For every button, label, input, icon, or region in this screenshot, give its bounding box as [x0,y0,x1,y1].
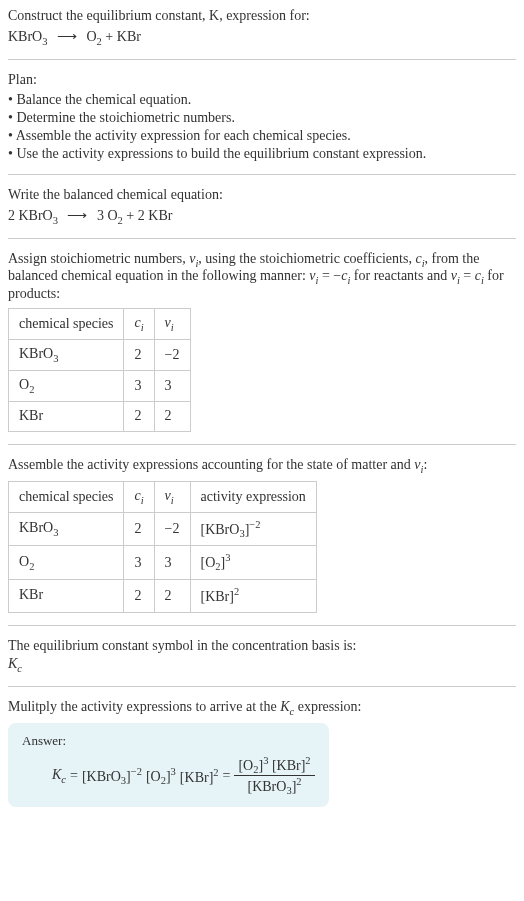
table-row: O2 3 3 [9,370,191,401]
multiply-title: Mulitply the activity expressions to arr… [8,699,516,717]
cell-activity: [KBr]2 [190,579,316,612]
rhs-species-2: KBr [117,29,141,44]
species-sub: 3 [53,527,58,538]
kc-lhs: Kc [52,767,66,785]
c-sub: i [141,322,144,333]
coef-species-1: 2 KBrO [8,208,53,223]
col-nu: νi [154,482,190,513]
plan-item: • Determine the stoichiometric numbers. [8,110,516,126]
divider [8,444,516,445]
lhs-species: KBrO [8,29,42,44]
t-exp: −2 [131,766,142,777]
table-row: O2 3 3 [O2]3 [9,546,317,579]
divider [8,625,516,626]
unbalanced-equation: KBrO3 ⟶ O2 + KBr [8,28,516,47]
table-row: KBr 2 2 [9,401,191,432]
d-exp: 2 [296,776,301,787]
coef-species-2: 3 O [97,208,118,223]
t: [O [146,768,161,783]
t-exp: 3 [171,766,176,777]
text: expression: [294,699,361,714]
cell-species: O2 [9,546,124,579]
act-exp: 2 [234,586,239,597]
act-base: [O [201,555,216,570]
text: = [460,268,475,283]
n: [O [238,758,253,773]
text: Assign stoichiometric numbers, [8,251,189,266]
cell-species: O2 [9,370,124,401]
cell-c: 2 [124,339,154,370]
table-row: KBrO3 2 −2 [9,339,191,370]
cell-species: KBr [9,401,124,432]
stoich-table: chemical species ci νi KBrO3 2 −2 O2 3 3… [8,308,191,432]
species: O [19,377,29,392]
kc: K [280,699,289,714]
text: , using the stoichiometric coefficients, [198,251,415,266]
col-nu: νi [154,309,190,340]
coef-species-3: 2 KBr [138,208,173,223]
kc-sub: c [61,774,66,785]
species-sub: 3 [53,353,58,364]
cell-c: 3 [124,370,154,401]
cell-c: 3 [124,546,154,579]
sub-1: 3 [53,215,58,226]
kc-title: The equilibrium constant symbol in the c… [8,638,516,654]
prompt-text: Construct the equilibrium constant, K, e… [8,8,516,24]
header-section: Construct the equilibrium constant, K, e… [8,8,516,47]
term-1: [KBrO3]−2 [82,766,142,786]
cell-c: 2 [124,579,154,612]
answer-label: Answer: [22,733,315,749]
plan-title: Plan: [8,72,516,88]
text: for reactants and [350,268,450,283]
cell-activity: [KBrO3]−2 [190,512,316,545]
species-sub: 2 [29,384,34,395]
plus: + [102,29,117,44]
species: KBr [19,587,43,602]
kc: K [8,656,17,671]
balanced-section: Write the balanced chemical equation: 2 … [8,187,516,226]
divider [8,686,516,687]
equals: = [70,768,78,784]
text: : [423,457,427,472]
plan-item: • Assemble the activity expression for e… [8,128,516,144]
c-sub: i [141,495,144,506]
col-c: ci [124,309,154,340]
t: [KBr] [180,769,213,784]
nu-sub: i [171,322,174,333]
cell-c: 2 [124,401,154,432]
t: [KBrO [82,768,121,783]
arrow-icon: ⟶ [57,28,77,45]
cell-nu: −2 [154,512,190,545]
t-exp: 2 [213,767,218,778]
species: O [19,554,29,569]
d: [KBrO [247,779,286,794]
plan-item: • Use the activity expressions to build … [8,146,516,162]
text: = − [318,268,341,283]
cell-species: KBrO3 [9,339,124,370]
nu-sub: i [171,495,174,506]
cell-nu: 2 [154,579,190,612]
balanced-equation: 2 KBrO3 ⟶ 3 O2 + 2 KBr [8,207,516,226]
term-2: [O2]3 [146,766,176,786]
equals: = [223,768,231,784]
cell-species: KBrO3 [9,512,124,545]
arrow-icon: ⟶ [67,207,87,224]
divider [8,174,516,175]
plan-item: • Balance the chemical equation. [8,92,516,108]
multiply-section: Mulitply the activity expressions to arr… [8,699,516,807]
cell-nu: 2 [154,401,190,432]
lhs-sub: 3 [42,36,47,47]
prompt: Construct the equilibrium constant, K, e… [8,8,310,23]
balanced-title: Write the balanced chemical equation: [8,187,516,203]
divider [8,238,516,239]
text: Mulitply the activity expressions to arr… [8,699,280,714]
stoich-intro: Assign stoichiometric numbers, νi, using… [8,251,516,303]
col-species: chemical species [9,309,124,340]
cell-species: KBr [9,579,124,612]
cell-c: 2 [124,512,154,545]
n2: [KBr] [272,758,305,773]
rhs-species-1: O [86,29,96,44]
divider [8,59,516,60]
table-header-row: chemical species ci νi [9,309,191,340]
kc-sub: c [17,663,22,674]
